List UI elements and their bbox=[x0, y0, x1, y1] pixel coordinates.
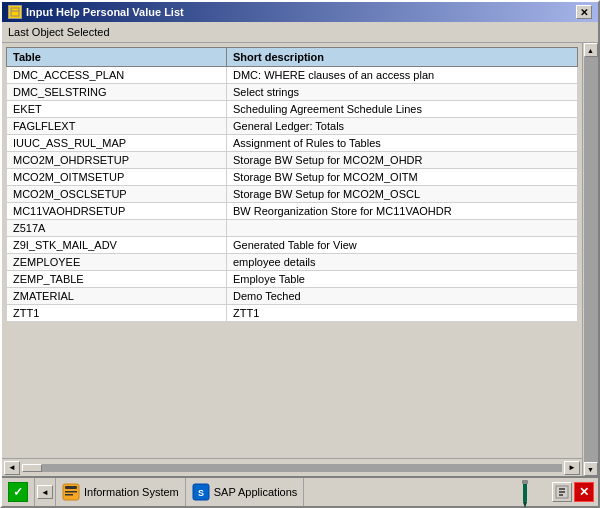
col-header-table: Table bbox=[7, 48, 227, 67]
svg-text:S: S bbox=[198, 488, 204, 498]
pen-decoration bbox=[510, 478, 540, 508]
table-cell-description: employee details bbox=[227, 254, 578, 271]
table-row[interactable]: Z9I_STK_MAIL_ADVGenerated Table for View bbox=[7, 237, 578, 254]
table-cell-description: Employe Table bbox=[227, 271, 578, 288]
info-system-label: Information System bbox=[84, 486, 179, 498]
table-cell-name: IUUC_ASS_RUL_MAP bbox=[7, 135, 227, 152]
v-scroll-up-btn[interactable]: ▲ bbox=[584, 43, 598, 57]
h-scroll-left-btn[interactable]: ◄ bbox=[4, 461, 20, 475]
h-scrollbar: ◄ ► bbox=[2, 458, 582, 476]
table-cell-name: EKET bbox=[7, 101, 227, 118]
table-row[interactable]: ZMATERIALDemo Teched bbox=[7, 288, 578, 305]
svg-rect-0 bbox=[11, 8, 19, 16]
toolbar-area: Last Object Selected bbox=[2, 22, 598, 43]
table-row[interactable]: EKETScheduling Agreement Schedule Lines bbox=[7, 101, 578, 118]
h-scroll-right-btn[interactable]: ► bbox=[564, 461, 580, 475]
table-cell-name: MCO2M_OITMSETUP bbox=[7, 169, 227, 186]
info-system-icon bbox=[62, 483, 80, 501]
table-cell-description: General Ledger: Totals bbox=[227, 118, 578, 135]
status-check-item[interactable]: ✓ bbox=[2, 478, 35, 506]
table-cell-name: DMC_ACCESS_PLAN bbox=[7, 67, 227, 84]
table-cell-name: MCO2M_OHDRSETUP bbox=[7, 152, 227, 169]
table-row[interactable]: DMC_SELSTRINGSelect strings bbox=[7, 84, 578, 101]
svg-rect-4 bbox=[65, 491, 77, 493]
table-row[interactable]: DMC_ACCESS_PLANDMC: WHERE clauses of an … bbox=[7, 67, 578, 84]
table-cell-description: Generated Table for View bbox=[227, 237, 578, 254]
table-cell-name: ZEMP_TABLE bbox=[7, 271, 227, 288]
table-row[interactable]: MCO2M_OITMSETUPStorage BW Setup for MCO2… bbox=[7, 169, 578, 186]
table-wrapper: Table Short description DMC_ACCESS_PLAND… bbox=[2, 43, 582, 476]
table-cell-name: ZMATERIAL bbox=[7, 288, 227, 305]
table-cell-description bbox=[227, 220, 578, 237]
table-cell-name: Z517A bbox=[7, 220, 227, 237]
title-bar-left: Input Help Personal Value List bbox=[8, 5, 184, 19]
v-scroll-down-btn[interactable]: ▼ bbox=[584, 462, 598, 476]
svg-rect-12 bbox=[523, 482, 527, 502]
table-cell-description: Select strings bbox=[227, 84, 578, 101]
status-info-system[interactable]: Information System bbox=[56, 478, 186, 506]
table-cell-description: Storage BW Setup for MCO2M_OHDR bbox=[227, 152, 578, 169]
status-h-scroll-left[interactable]: ◄ bbox=[37, 485, 53, 499]
table-cell-name: MC11VAOHDRSETUP bbox=[7, 203, 227, 220]
table-cell-description: Storage BW Setup for MCO2M_OSCL bbox=[227, 186, 578, 203]
table-row[interactable]: ZTT1ZTT1 bbox=[7, 305, 578, 322]
svg-rect-14 bbox=[522, 480, 528, 484]
table-cell-name: DMC_SELSTRING bbox=[7, 84, 227, 101]
table-cell-description: DMC: WHERE clauses of an access plan bbox=[227, 67, 578, 84]
table-cell-description: Assignment of Rules to Tables bbox=[227, 135, 578, 152]
main-window: Input Help Personal Value List ✕ Last Ob… bbox=[0, 0, 600, 508]
table-row[interactable]: ZEMPLOYEEemployee details bbox=[7, 254, 578, 271]
table-cell-description: Scheduling Agreement Schedule Lines bbox=[227, 101, 578, 118]
table-cell-description: BW Reorganization Store for MC11VAOHDR bbox=[227, 203, 578, 220]
table-row[interactable]: FAGLFLEXTGeneral Ledger: Totals bbox=[7, 118, 578, 135]
status-scroll-left: ◄ bbox=[35, 478, 56, 506]
v-scrollbar: ▲ ▼ bbox=[582, 43, 598, 476]
table-cell-description: ZTT1 bbox=[227, 305, 578, 322]
table-cell-name: ZEMPLOYEE bbox=[7, 254, 227, 271]
table-cell-name: FAGLFLEXT bbox=[7, 118, 227, 135]
h-scroll-thumb[interactable] bbox=[22, 464, 42, 472]
status-bar: ✓ ◄ Information System S bbox=[2, 476, 598, 506]
v-scroll-track[interactable] bbox=[584, 57, 598, 462]
status-sap-apps[interactable]: S SAP Applications bbox=[186, 478, 305, 506]
export-icon[interactable] bbox=[552, 482, 572, 502]
window-title: Input Help Personal Value List bbox=[26, 6, 184, 18]
table-row[interactable]: MCO2M_OHDRSETUPStorage BW Setup for MCO2… bbox=[7, 152, 578, 169]
svg-rect-3 bbox=[65, 486, 77, 489]
last-object-label: Last Object Selected bbox=[8, 26, 110, 38]
window-icon bbox=[8, 5, 22, 19]
svg-marker-13 bbox=[523, 502, 527, 508]
table-cell-name: ZTT1 bbox=[7, 305, 227, 322]
title-bar: Input Help Personal Value List ✕ bbox=[2, 2, 598, 22]
main-content: Table Short description DMC_ACCESS_PLAND… bbox=[2, 43, 598, 476]
status-close-icon[interactable]: ✕ bbox=[574, 482, 594, 502]
sap-apps-label: SAP Applications bbox=[214, 486, 298, 498]
table-row[interactable]: IUUC_ASS_RUL_MAPAssignment of Rules to T… bbox=[7, 135, 578, 152]
table-cell-name: MCO2M_OSCLSETUP bbox=[7, 186, 227, 203]
table-cell-description: Storage BW Setup for MCO2M_OITM bbox=[227, 169, 578, 186]
data-table: Table Short description DMC_ACCESS_PLAND… bbox=[6, 47, 578, 322]
table-cell-description: Demo Teched bbox=[227, 288, 578, 305]
table-row[interactable]: Z517A bbox=[7, 220, 578, 237]
col-header-description: Short description bbox=[227, 48, 578, 67]
table-header-row: Table Short description bbox=[7, 48, 578, 67]
check-icon[interactable]: ✓ bbox=[8, 482, 28, 502]
table-row[interactable]: ZEMP_TABLEEmploye Table bbox=[7, 271, 578, 288]
sap-apps-icon: S bbox=[192, 483, 210, 501]
svg-rect-5 bbox=[65, 494, 73, 496]
h-scroll-track[interactable] bbox=[22, 464, 562, 472]
table-row[interactable]: MCO2M_OSCLSETUPStorage BW Setup for MCO2… bbox=[7, 186, 578, 203]
table-row[interactable]: MC11VAOHDRSETUPBW Reorganization Store f… bbox=[7, 203, 578, 220]
table-cell-name: Z9I_STK_MAIL_ADV bbox=[7, 237, 227, 254]
close-button[interactable]: ✕ bbox=[576, 5, 592, 19]
